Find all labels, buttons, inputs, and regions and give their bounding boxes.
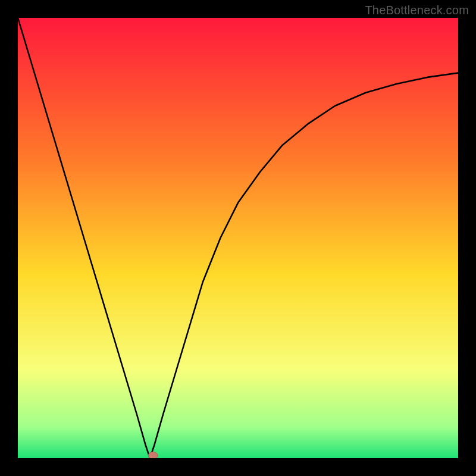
- chart-frame: TheBottleneck.com: [0, 0, 476, 476]
- chart-plot: [18, 18, 458, 458]
- optimal-point-marker: [148, 452, 158, 458]
- watermark-text: TheBottleneck.com: [365, 4, 469, 17]
